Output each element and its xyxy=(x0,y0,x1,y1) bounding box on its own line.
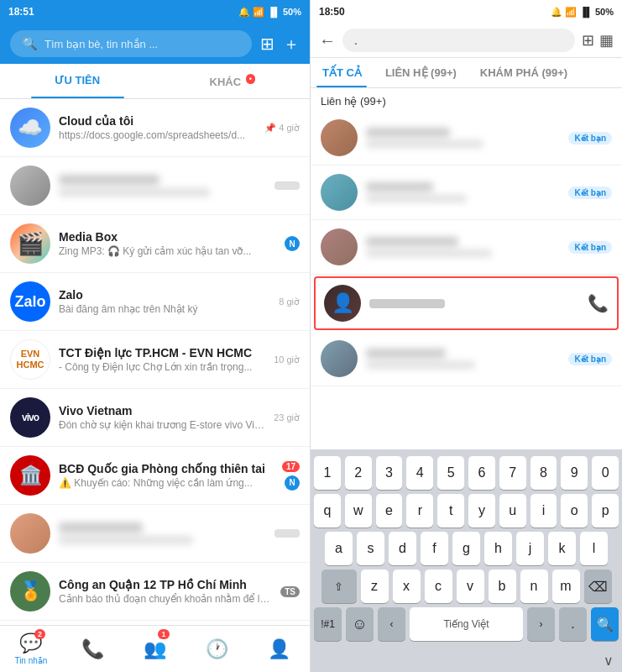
qr-code-icon-right[interactable]: ▦ xyxy=(599,31,614,50)
chat-item-evn[interactable]: EVNHCMC TCT Điện lực TP.HCM - EVN HCMC -… xyxy=(0,331,310,389)
contact-item-blur1[interactable]: Kết bạn xyxy=(311,111,622,165)
key-g[interactable]: g xyxy=(452,532,480,565)
key-p[interactable]: p xyxy=(592,494,619,528)
chat-item-mediabox[interactable]: 🎬 Media Box Zing MP3: 🎧 Ký gửi cảm xúc h… xyxy=(0,215,310,273)
key-right-arrow[interactable]: › xyxy=(527,607,555,641)
key-e[interactable]: e xyxy=(376,494,403,528)
collapse-icon[interactable]: ∨ xyxy=(604,653,614,669)
chat-item-bcd[interactable]: 🏛️ BCĐ Quốc gia Phòng chống thiên tai ⚠️… xyxy=(0,447,310,505)
key-backspace[interactable]: ⌫ xyxy=(584,570,612,603)
qr-icons-right: ⊞ ▦ xyxy=(582,31,614,50)
add-badge-blur3[interactable]: Kết bạn xyxy=(568,241,612,254)
tabs-left: ƯU TIÊN KHÁC • xyxy=(0,64,310,99)
contact-item-blur3[interactable]: Kết bạn xyxy=(311,220,622,275)
key-m[interactable]: m xyxy=(552,570,580,603)
key-u[interactable]: u xyxy=(499,494,526,528)
key-shift[interactable]: ⇧ xyxy=(321,570,357,603)
contact-item-blur2[interactable]: Kết bạn xyxy=(311,165,622,220)
key-y[interactable]: y xyxy=(468,494,495,528)
discover-icon: 🕐 xyxy=(206,638,228,660)
search-input-left[interactable]: 🔍 Tìm bạn bè, tin nhắn ... xyxy=(10,30,252,57)
chat-item-cloud[interactable]: ☁️ Cloud của tôi https://docs.google.com… xyxy=(0,99,310,157)
bottom-nav-left: 💬 Tin nhắn 2 📞 👥 1 🕐 👤 xyxy=(0,625,310,672)
time-left: 18:51 xyxy=(8,6,34,18)
nav-discover[interactable]: 🕐 xyxy=(186,626,248,672)
nav-messages[interactable]: 💬 Tin nhắn 2 xyxy=(0,626,62,672)
key-l[interactable]: l xyxy=(580,532,608,565)
tab-priority[interactable]: ƯU TIÊN xyxy=(0,64,155,98)
key-x[interactable]: x xyxy=(393,570,421,603)
key-period[interactable]: . xyxy=(559,607,587,641)
key-1[interactable]: 1 xyxy=(314,456,341,490)
call-icon-highlighted[interactable]: 📞 xyxy=(588,293,609,313)
key-emoji[interactable]: ☺ xyxy=(346,607,374,641)
tab-discover[interactable]: KHÁM PHÁ (99+) xyxy=(468,58,579,87)
key-8[interactable]: 8 xyxy=(531,456,557,490)
key-search[interactable]: 🔍 xyxy=(591,607,619,641)
back-button[interactable]: ← xyxy=(319,31,336,50)
key-2[interactable]: 2 xyxy=(345,456,372,490)
key-z[interactable]: z xyxy=(361,570,389,603)
key-t[interactable]: t xyxy=(437,494,464,528)
key-5[interactable]: 5 xyxy=(437,456,464,490)
key-w[interactable]: w xyxy=(345,494,372,528)
contact-avatar-blur1 xyxy=(321,119,358,156)
chat-preview-blur2 xyxy=(59,536,193,544)
key-3[interactable]: 3 xyxy=(376,456,403,490)
other-tab-badge: • xyxy=(246,74,255,84)
avatar-blur1 xyxy=(10,165,50,206)
search-input-right[interactable]: . xyxy=(342,29,575,52)
key-7[interactable]: 7 xyxy=(499,456,526,490)
key-o[interactable]: o xyxy=(561,494,588,528)
key-k[interactable]: k xyxy=(548,532,576,565)
profile-icon: 👤 xyxy=(268,638,290,660)
tab-other[interactable]: KHÁC • xyxy=(155,64,311,98)
chat-item-blur1[interactable] xyxy=(0,157,310,215)
key-f[interactable]: f xyxy=(421,532,448,565)
nav-contacts[interactable]: 👥 1 xyxy=(124,626,186,672)
key-9[interactable]: 9 xyxy=(561,456,588,490)
chat-item-zalo[interactable]: Zalo Zalo Bài đăng âm nhạc trên Nhật ký … xyxy=(0,273,310,331)
key-h[interactable]: h xyxy=(484,532,512,565)
key-space[interactable]: Tiếng Việt xyxy=(410,607,523,641)
key-6[interactable]: 6 xyxy=(468,456,495,490)
chat-item-vivo[interactable]: vivo Vivo Vietnam Đón chờ sự kiện khai t… xyxy=(0,389,310,447)
key-i[interactable]: i xyxy=(531,494,557,528)
add-badge-blur1[interactable]: Kết bạn xyxy=(568,132,612,144)
key-left-arrow[interactable]: ‹ xyxy=(378,607,405,641)
nav-profile[interactable]: 👤 xyxy=(248,626,310,672)
tab-all[interactable]: TẤT CẢ xyxy=(311,58,374,87)
key-s[interactable]: s xyxy=(357,532,384,565)
contact-info-blur5 xyxy=(366,349,560,369)
key-b[interactable]: b xyxy=(489,570,516,603)
contact-item-highlighted[interactable]: 👤 📞 xyxy=(314,276,619,330)
key-4[interactable]: 4 xyxy=(406,456,433,490)
time-zalo: 8 giờ xyxy=(279,297,300,307)
scan-icon-right[interactable]: ⊞ xyxy=(582,31,594,50)
key-0[interactable]: 0 xyxy=(592,456,619,490)
qr-icon-left[interactable]: ⊞ xyxy=(260,34,274,54)
key-q[interactable]: q xyxy=(314,494,341,528)
key-n[interactable]: n xyxy=(520,570,548,603)
key-v[interactable]: v xyxy=(457,570,484,603)
chat-item-blur2[interactable] xyxy=(0,505,310,563)
add-badge-blur5[interactable]: Kết bạn xyxy=(568,353,612,365)
avatar-evn: EVNHCMC xyxy=(10,339,50,380)
add-contact-icon[interactable]: ＋ xyxy=(283,33,300,55)
chat-item-congan[interactable]: 🏅 Công an Quận 12 TP Hồ Chí Minh Cảnh bá… xyxy=(0,563,310,621)
add-badge-blur2[interactable]: Kết bạn xyxy=(568,186,612,199)
chat-meta-blur1 xyxy=(274,181,300,190)
tab-contacts[interactable]: LIÊN HỆ (99+) xyxy=(374,58,468,87)
key-a[interactable]: a xyxy=(325,532,353,565)
badge-num-bcd: 17 xyxy=(282,461,300,472)
key-j[interactable]: j xyxy=(516,532,544,565)
chat-info-mediabox: Media Box Zing MP3: 🎧 Ký gửi cảm xúc hậu… xyxy=(59,230,276,257)
key-c[interactable]: c xyxy=(425,570,452,603)
contact-info-highlighted xyxy=(369,299,579,308)
key-r[interactable]: r xyxy=(406,494,433,528)
key-numbers[interactable]: !#1 xyxy=(314,607,342,641)
contact-item-blur5[interactable]: Kết bạn xyxy=(311,332,622,386)
chat-info-congan: Công an Quận 12 TP Hồ Chí Minh Cảnh báo … xyxy=(59,578,272,605)
nav-calls[interactable]: 📞 xyxy=(62,626,124,672)
key-d[interactable]: d xyxy=(389,532,416,565)
